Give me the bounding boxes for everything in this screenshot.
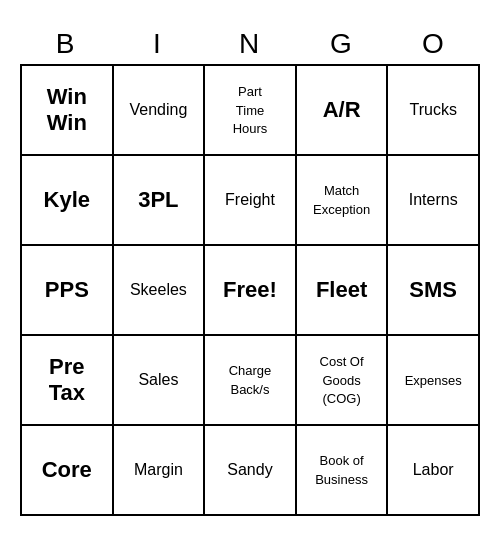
- cell-text: Freight: [225, 191, 275, 208]
- header-letter: I: [112, 28, 204, 60]
- cell-text: PPS: [45, 277, 89, 302]
- cell-text: Skeeles: [130, 281, 187, 298]
- grid-cell: Skeeles: [113, 245, 205, 335]
- cell-text: Fleet: [316, 277, 367, 302]
- cell-text: MatchException: [313, 183, 370, 217]
- grid-cell: Sandy: [204, 425, 296, 515]
- cell-text: ChargeBack/s: [229, 363, 272, 397]
- cell-text: PreTax: [49, 354, 85, 405]
- grid-cell: ChargeBack/s: [204, 335, 296, 425]
- cell-text: Trucks: [409, 101, 456, 118]
- cell-text: Sales: [138, 371, 178, 388]
- cell-text: Margin: [134, 461, 183, 478]
- grid-cell: Interns: [387, 155, 479, 245]
- header-letter: B: [20, 28, 112, 60]
- grid-cell: Fleet: [296, 245, 388, 335]
- cell-text: SMS: [409, 277, 457, 302]
- grid-cell: Free!: [204, 245, 296, 335]
- grid-cell: Book ofBusiness: [296, 425, 388, 515]
- bingo-header: BINGO: [20, 28, 480, 60]
- header-letter: G: [296, 28, 388, 60]
- cell-text: PartTimeHours: [233, 84, 268, 137]
- grid-cell: MatchException: [296, 155, 388, 245]
- cell-text: Kyle: [44, 187, 90, 212]
- cell-text: Expenses: [405, 373, 462, 388]
- grid-row: CoreMarginSandyBook ofBusinessLabor: [21, 425, 479, 515]
- grid-cell: Kyle: [21, 155, 113, 245]
- grid-cell: Sales: [113, 335, 205, 425]
- cell-text: Book ofBusiness: [315, 453, 368, 487]
- grid-cell: Trucks: [387, 65, 479, 155]
- bingo-card: BINGO WinWinVendingPartTimeHoursA/RTruck…: [20, 28, 480, 516]
- grid-cell: Margin: [113, 425, 205, 515]
- bingo-grid: WinWinVendingPartTimeHoursA/RTrucksKyle3…: [20, 64, 480, 516]
- header-letter: N: [204, 28, 296, 60]
- grid-cell: A/R: [296, 65, 388, 155]
- grid-row: PPSSkeelesFree!FleetSMS: [21, 245, 479, 335]
- grid-cell: 3PL: [113, 155, 205, 245]
- grid-cell: PPS: [21, 245, 113, 335]
- cell-text: Free!: [223, 277, 277, 302]
- cell-text: Vending: [129, 101, 187, 118]
- grid-row: PreTaxSalesChargeBack/sCost OfGoods(COG)…: [21, 335, 479, 425]
- grid-cell: PartTimeHours: [204, 65, 296, 155]
- cell-text: Sandy: [227, 461, 272, 478]
- cell-text: Core: [42, 457, 92, 482]
- grid-cell: Labor: [387, 425, 479, 515]
- grid-cell: SMS: [387, 245, 479, 335]
- header-letter: O: [388, 28, 480, 60]
- grid-cell: WinWin: [21, 65, 113, 155]
- cell-text: 3PL: [138, 187, 178, 212]
- cell-text: Cost OfGoods(COG): [320, 354, 364, 407]
- grid-row: Kyle3PLFreightMatchExceptionInterns: [21, 155, 479, 245]
- grid-cell: Core: [21, 425, 113, 515]
- grid-cell: Expenses: [387, 335, 479, 425]
- grid-row: WinWinVendingPartTimeHoursA/RTrucks: [21, 65, 479, 155]
- cell-text: WinWin: [47, 84, 87, 135]
- grid-cell: Cost OfGoods(COG): [296, 335, 388, 425]
- grid-cell: PreTax: [21, 335, 113, 425]
- grid-cell: Vending: [113, 65, 205, 155]
- grid-cell: Freight: [204, 155, 296, 245]
- cell-text: Interns: [409, 191, 458, 208]
- cell-text: Labor: [413, 461, 454, 478]
- cell-text: A/R: [323, 97, 361, 122]
